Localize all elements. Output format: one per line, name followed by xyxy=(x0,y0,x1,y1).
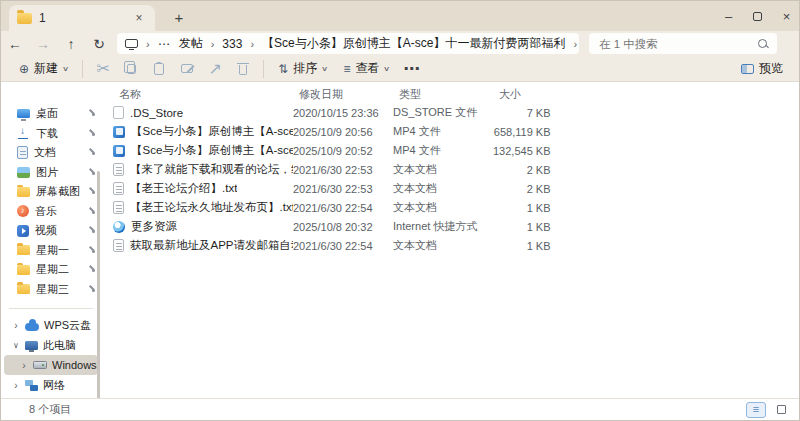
music-icon xyxy=(17,205,29,217)
sidebar-item-music[interactable]: 音乐 xyxy=(1,202,101,222)
minimize-button[interactable]: – xyxy=(714,1,743,31)
sort-button[interactable]: ⇅ 排序 ∨ xyxy=(270,57,335,81)
tab-bar: 1 × + – × xyxy=(1,1,800,31)
search-input[interactable] xyxy=(597,37,757,51)
file-row[interactable]: 获取最新地址及APP请发邮箱自动获取.txt 2021/6/30 22:54 文… xyxy=(101,236,800,255)
file-row[interactable]: 【老王论坛介绍】.txt 2021/6/30 22:53 文本文档 2 KB xyxy=(101,179,800,198)
file-row[interactable]: 【来了就能下载和观看的论坛，纯免费！】.txt 2021/6/30 22:53 … xyxy=(101,160,800,179)
sidebar-item-monday[interactable]: 星期一 xyxy=(1,241,101,261)
large-icons-view-button[interactable] xyxy=(771,402,791,418)
file-size: 658,119 KB xyxy=(493,126,800,138)
chevron-down-icon[interactable]: ∨ xyxy=(12,341,20,350)
file-date: 2025/10/9 20:56 xyxy=(293,126,393,138)
file-size: 1 KB xyxy=(493,221,800,233)
folder-icon xyxy=(17,245,30,255)
view-button[interactable]: ≡ 查看 ∨ xyxy=(335,57,397,81)
preview-toggle-button[interactable]: 预览 xyxy=(733,57,791,81)
file-type: 文本文档 xyxy=(393,238,493,253)
trash-icon xyxy=(239,65,247,75)
maximize-icon xyxy=(753,12,762,21)
pictures-icon xyxy=(17,167,30,178)
refresh-button[interactable]: ↻ xyxy=(85,33,113,55)
sidebar-item-desktop[interactable]: 桌面 xyxy=(1,104,101,124)
file-type: 文本文档 xyxy=(393,181,493,196)
column-header-date[interactable]: 修改日期 xyxy=(299,87,399,102)
maximize-button[interactable] xyxy=(743,1,772,31)
sidebar-item-label: 网络 xyxy=(43,378,98,393)
back-button[interactable]: ← xyxy=(1,33,29,55)
sidebar-item-downloads[interactable]: 下载 xyxy=(1,124,101,144)
file-row[interactable]: 【Sce与小条】原创博主【A-sce】十一最新付... 2025/10/9 20… xyxy=(101,122,800,141)
search-box xyxy=(589,33,777,54)
sidebar-item-wednesday[interactable]: 星期三 xyxy=(1,280,101,300)
pin-icon xyxy=(88,265,97,274)
new-button[interactable]: ⊕ 新建 ∨ xyxy=(11,57,76,81)
chevron-right-icon[interactable]: › xyxy=(12,320,20,331)
file-type: MP4 文件 xyxy=(393,124,493,139)
sidebar-separator xyxy=(9,308,93,309)
sidebar-item-network[interactable]: › 网络 xyxy=(4,375,98,395)
tab-folder-1[interactable]: 1 × xyxy=(9,5,155,31)
sidebar-item-label: 星期二 xyxy=(36,262,82,277)
file-explorer-window: 1 × + – × ← → ↑ ↻ › ⋯ 发帖 › 333 › 【Sce与小条… xyxy=(0,0,800,421)
sort-button-label: 排序 xyxy=(293,60,317,77)
preview-button-label: 预览 xyxy=(759,60,783,77)
up-button[interactable]: ↑ xyxy=(57,33,85,55)
breadcrumb-overflow-button[interactable]: ⋯ xyxy=(158,37,171,51)
sidebar-item-windows-ssd[interactable]: › Windows-SSD xyxy=(4,355,98,375)
chevron-right-icon[interactable]: › xyxy=(20,360,28,371)
file-row[interactable]: .DS_Store 2020/10/15 23:36 DS_STORE 文件 7… xyxy=(101,103,800,122)
new-tab-button[interactable]: + xyxy=(167,5,191,29)
close-button[interactable]: × xyxy=(772,1,800,31)
sidebar-item-tuesday[interactable]: 星期二 xyxy=(1,260,101,280)
column-header-size[interactable]: 大小 xyxy=(499,87,800,102)
tab-close-icon[interactable]: × xyxy=(131,11,147,25)
rename-icon xyxy=(181,64,193,73)
breadcrumb-segment[interactable]: 发帖 xyxy=(179,35,203,52)
sidebar-item-label: Windows-SSD xyxy=(52,359,98,371)
sidebar-item-pictures[interactable]: 图片 xyxy=(1,163,101,183)
breadcrumb-segment[interactable]: 333 xyxy=(222,37,242,51)
item-count: 8 个项目 xyxy=(29,402,71,417)
sidebar-item-label: WPS云盘 xyxy=(44,318,98,333)
rename-button[interactable] xyxy=(173,57,201,81)
breadcrumb[interactable]: › ⋯ 发帖 › 333 › 【Sce与小条】原创博主【A-sce】十一最新付费… xyxy=(117,33,579,54)
sidebar-item-screenshots[interactable]: 屏幕截图 xyxy=(1,182,101,202)
file-size: 2 KB xyxy=(493,183,800,195)
column-header-name[interactable]: 名称 xyxy=(119,87,299,102)
file-row[interactable]: 【Sce与小条】原创博主【A-sce】十一最新付... 2025/10/9 20… xyxy=(101,141,800,160)
details-view-button[interactable]: ≡ xyxy=(746,402,766,418)
sidebar-item-wps-cloud[interactable]: › WPS云盘 xyxy=(4,315,98,335)
file-name: 获取最新地址及APP请发邮箱自动获取.txt xyxy=(130,238,293,253)
copy-button[interactable] xyxy=(117,57,145,81)
sidebar-item-documents[interactable]: 文档 xyxy=(1,143,101,163)
file-list: 名称 修改日期 类型 大小 .DS_Store 2020/10/15 23:36… xyxy=(101,83,800,400)
toolbar-divider xyxy=(82,60,83,78)
address-bar: ← → ↑ ↻ › ⋯ 发帖 › 333 › 【Sce与小条】原创博主【A-sc… xyxy=(1,31,800,56)
file-icon xyxy=(113,106,124,119)
status-bar: 8 个项目 ≡ xyxy=(1,398,800,420)
file-size: 132,545 KB xyxy=(493,145,800,157)
sidebar-scrollbar[interactable] xyxy=(97,171,100,399)
forward-button[interactable]: → xyxy=(29,33,57,55)
file-row[interactable]: 更多资源 2025/10/8 20:32 Internet 快捷方式 1 KB xyxy=(101,217,800,236)
sidebar-item-this-pc[interactable]: ∨ 此电脑 xyxy=(4,335,98,355)
more-options-button[interactable]: ⋯ xyxy=(398,57,426,81)
file-size: 1 KB xyxy=(493,240,800,252)
breadcrumb-segment[interactable]: 【Sce与小条】原创博主【A-sce】十一最新付费两部福利 xyxy=(262,35,565,52)
delete-button[interactable] xyxy=(229,57,257,81)
sidebar-item-videos[interactable]: 视频 xyxy=(1,221,101,241)
chevron-right-icon[interactable]: › xyxy=(12,380,20,391)
cut-button[interactable]: ✂ xyxy=(89,57,117,81)
desktop-icon xyxy=(17,109,30,118)
new-button-label: 新建 xyxy=(34,60,58,77)
paste-button[interactable] xyxy=(145,57,173,81)
main-content: 桌面 下载 文档 图片 xyxy=(1,83,800,400)
view-lines-icon: ≡ xyxy=(343,62,350,76)
share-button[interactable]: ↗ xyxy=(201,57,229,81)
pin-icon xyxy=(88,226,97,235)
network-icon xyxy=(25,380,38,391)
column-header-type[interactable]: 类型 xyxy=(399,87,499,102)
file-row[interactable]: 【老王论坛永久地址发布页】.txt 2021/6/30 22:54 文本文档 1… xyxy=(101,198,800,217)
view-button-label: 查看 xyxy=(355,60,379,77)
